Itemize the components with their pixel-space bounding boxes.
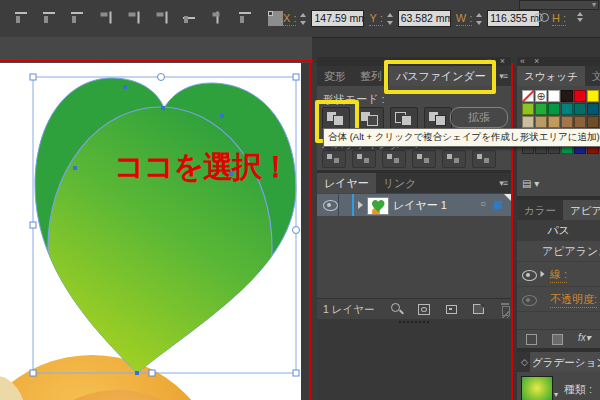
panel-tab[interactable]: リンク xyxy=(376,173,424,193)
new-layer-icon[interactable] xyxy=(471,302,485,315)
field-label[interactable]: W : xyxy=(456,12,473,26)
swatch-libraries-icon[interactable]: ▤ ▾ xyxy=(522,178,539,189)
color-swatch[interactable] xyxy=(548,103,560,115)
h-field-label[interactable]: H : xyxy=(552,12,566,26)
exclude-button[interactable] xyxy=(424,107,452,129)
stepper-control[interactable] xyxy=(475,12,484,26)
select-here-annotation: ココを選択！ xyxy=(114,147,290,188)
color-swatch[interactable] xyxy=(548,90,560,102)
new-fill-icon[interactable] xyxy=(552,334,563,345)
color-swatch[interactable] xyxy=(587,90,599,102)
drag-dots-handle[interactable] xyxy=(399,321,429,326)
expand-arrow-icon[interactable] xyxy=(541,271,545,277)
transform-fields: X : 147.59 mm Y : 63.582 mm W : 116.355 … xyxy=(283,10,540,27)
dock-header: « × xyxy=(517,57,600,66)
artboard[interactable]: ココを選択！ xyxy=(0,63,301,400)
dock-drag-strip[interactable] xyxy=(317,319,511,325)
make-clipping-mask-icon[interactable] xyxy=(417,302,431,315)
vertical-distribute-center-icon[interactable] xyxy=(42,11,57,25)
panel-tab[interactable]: アピアランス xyxy=(563,200,600,220)
crop-button[interactable] xyxy=(412,150,436,168)
appearance-opacity-row[interactable]: 不透明度: xyxy=(517,287,600,312)
panel-tab[interactable]: スウォッチ xyxy=(517,66,585,86)
layer-row[interactable]: レイヤー 1 ○ xyxy=(317,194,511,216)
appearance-stroke-row[interactable]: 線 : xyxy=(517,262,600,287)
vertical-distribute-top-icon[interactable] xyxy=(14,11,29,25)
color-swatch[interactable] xyxy=(574,103,586,115)
minus-front-button[interactable] xyxy=(356,107,384,129)
panel-tab[interactable]: カラー xyxy=(517,200,563,220)
layer-visibility-eye-icon[interactable] xyxy=(323,200,338,211)
color-swatch[interactable] xyxy=(561,116,573,128)
layer-corner-notch xyxy=(504,194,511,201)
minus-back-button[interactable] xyxy=(472,150,496,168)
color-swatch[interactable] xyxy=(535,90,547,102)
visibility-eye-icon[interactable] xyxy=(522,270,537,281)
layer-selection-indicator[interactable] xyxy=(494,201,502,209)
color-swatch[interactable] xyxy=(522,90,534,102)
color-swatch[interactable] xyxy=(561,103,573,115)
layer-expand-arrow-icon[interactable] xyxy=(358,201,363,209)
close-panel-icon[interactable]: × xyxy=(500,57,505,66)
color-swatch[interactable] xyxy=(535,103,547,115)
stepper-control[interactable] xyxy=(386,12,395,26)
gradient-swatch[interactable] xyxy=(521,376,553,400)
trim-button[interactable] xyxy=(352,150,376,168)
value-input[interactable]: 147.59 mm xyxy=(311,10,364,27)
opacity-link[interactable]: 不透明度: xyxy=(550,292,597,308)
merge-button[interactable] xyxy=(382,150,406,168)
color-swatch[interactable] xyxy=(561,90,573,102)
illustrator-window: X : 147.59 mm Y : 63.582 mm W : 116.355 … xyxy=(0,0,600,400)
horizontal-distribute-right-icon[interactable] xyxy=(155,11,169,26)
color-swatch[interactable] xyxy=(587,103,599,115)
visibility-eye-dim-icon[interactable] xyxy=(522,295,537,306)
gradient-panel-tab[interactable]: グラデーション xyxy=(530,352,600,372)
panel-resize-grip[interactable] xyxy=(501,309,510,318)
gradient-dropdown-icon[interactable]: ▾ xyxy=(554,390,558,399)
horizontal-space-icon[interactable] xyxy=(211,11,225,26)
divide-button[interactable] xyxy=(322,150,346,168)
layer-target-icon[interactable]: ○ xyxy=(480,198,486,209)
value-input[interactable]: 116.355 mm xyxy=(487,10,540,27)
expand-button[interactable]: 拡張 xyxy=(450,107,508,128)
value-input[interactable]: 63.582 mm xyxy=(398,10,451,27)
vertical-space-icon[interactable] xyxy=(182,11,197,25)
layer-name[interactable]: レイヤー 1 xyxy=(393,198,447,213)
align-to-artboard-icon[interactable] xyxy=(238,11,253,25)
panel-tab[interactable]: レイヤー xyxy=(317,173,376,193)
outline-button[interactable] xyxy=(442,150,466,168)
layer-thumbnail[interactable] xyxy=(367,197,389,215)
close-panel-icon[interactable]: × xyxy=(534,57,539,66)
color-swatch[interactable] xyxy=(522,103,534,115)
horizontal-distribute-center-icon[interactable] xyxy=(127,11,141,26)
align-icon-group xyxy=(14,11,253,25)
vertical-distribute-bottom-icon[interactable] xyxy=(70,11,85,25)
horizontal-distribute-left-icon[interactable] xyxy=(99,11,113,26)
panel-tab[interactable]: 文字 xyxy=(585,66,600,86)
pathfinder-buttons xyxy=(322,150,496,168)
panel-tab[interactable]: 変形 xyxy=(317,66,353,86)
layers-panel-body: レイヤー 1 ○ xyxy=(317,193,511,298)
color-swatch[interactable] xyxy=(587,116,599,128)
new-stroke-icon[interactable] xyxy=(526,334,537,345)
field-label[interactable]: Y : xyxy=(369,12,382,26)
panel-menu-icon[interactable]: ▾≡ xyxy=(499,178,507,188)
transform-field-group: W : 116.355 mm xyxy=(456,10,541,27)
color-swatch[interactable] xyxy=(574,90,586,102)
intersect-button[interactable] xyxy=(390,107,418,129)
fx-effects-icon[interactable]: fx▾ xyxy=(578,332,591,343)
color-swatch[interactable] xyxy=(574,116,586,128)
canvas-artwork[interactable] xyxy=(0,63,301,400)
new-sublayer-icon[interactable] xyxy=(444,302,458,315)
field-label[interactable]: X : xyxy=(283,12,296,26)
locate-object-icon[interactable] xyxy=(390,302,404,315)
color-swatch[interactable] xyxy=(535,116,547,128)
collapse-panels-icon[interactable]: « xyxy=(520,57,525,66)
color-swatch[interactable] xyxy=(522,116,534,128)
stroke-link[interactable]: 線 : xyxy=(550,267,567,283)
panel-menu-icon[interactable]: ▾≡ xyxy=(499,71,507,81)
column-divider xyxy=(338,194,339,216)
control-bar-dropdown[interactable]: ▾ xyxy=(519,0,599,10)
stepper-control[interactable] xyxy=(299,12,308,26)
color-swatch[interactable] xyxy=(548,116,560,128)
